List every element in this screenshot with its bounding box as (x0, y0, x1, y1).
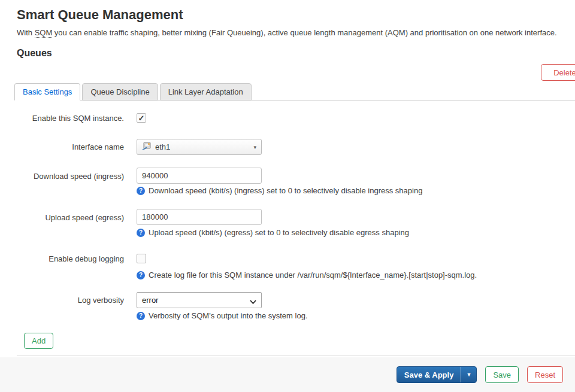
debug-logging-checkbox[interactable] (137, 254, 146, 263)
tab-basic-settings[interactable]: Basic Settings (14, 83, 80, 101)
download-speed-input[interactable] (137, 168, 262, 184)
verbosity-help: ? Verbosity of SQM's output into the sys… (137, 311, 308, 320)
log-verbosity-select[interactable]: error (137, 292, 262, 308)
upload-help: ? Upload speed (kbit/s) (egress) set to … (137, 228, 409, 237)
debug-logging-label: Enable debug logging (0, 254, 124, 264)
interface-dropdown[interactable]: eth1 ▾ (137, 139, 262, 155)
description-text: With (17, 28, 35, 37)
download-help: ? Download speed (kbit/s) (ingress) set … (137, 186, 422, 195)
tab-bar: Basic Settings Queue Discipline Link Lay… (14, 83, 575, 101)
help-icon: ? (137, 229, 145, 237)
debug-help-text: Create log file for this SQM instance un… (149, 271, 477, 279)
save-button[interactable]: Save (485, 366, 519, 383)
delete-button[interactable]: Delete (541, 64, 575, 81)
download-help-text: Download speed (kbit/s) (ingress) set to… (149, 186, 422, 195)
debug-help: ? Create log file for this SQM instance … (137, 271, 477, 279)
save-apply-split-button: Save & Apply ▼ (397, 366, 477, 383)
section-title-queues: Queues (17, 48, 52, 59)
log-verbosity-label: Log verbosity (0, 296, 124, 305)
chevron-down-icon: ▾ (253, 144, 256, 150)
footer-bar: Save & Apply ▼ Save Reset (0, 357, 575, 392)
help-icon: ? (137, 187, 145, 195)
enable-sqm-checkbox[interactable]: ✓ (137, 113, 146, 123)
page-description: With SQM you can enable traffic shaping,… (17, 28, 557, 37)
footer-divider (17, 355, 575, 355)
page-title: Smart Queue Management (17, 7, 183, 23)
tab-queue-discipline[interactable]: Queue Discipline (82, 83, 158, 101)
enable-sqm-label: Enable this SQM instance. (0, 114, 124, 123)
interface-name-label: Interface name (0, 142, 124, 152)
help-icon: ? (137, 271, 145, 279)
upload-help-text: Upload speed (kbit/s) (egress) set to 0 … (149, 228, 409, 237)
tab-link-layer-adaptation[interactable]: Link Layer Adaptation (160, 83, 252, 101)
verbosity-help-text: Verbosity of SQM's output into the syste… (149, 311, 308, 320)
save-apply-button[interactable]: Save & Apply (397, 367, 461, 382)
add-button[interactable]: Add (24, 333, 53, 349)
description-text: you can enable traffic shaping, better m… (52, 28, 556, 37)
sqm-abbr: SQM (35, 28, 53, 38)
save-apply-dropdown-caret[interactable]: ▼ (461, 367, 476, 382)
upload-speed-label: Upload speed (egress) (0, 213, 124, 223)
interface-value: eth1 (155, 142, 170, 151)
upload-speed-input[interactable] (137, 209, 262, 225)
ethernet-icon (142, 141, 152, 153)
log-verbosity-select-wrap: error (137, 292, 262, 308)
sqm-page: Smart Queue Management With SQM you can … (0, 0, 575, 392)
reset-button[interactable]: Reset (527, 366, 563, 383)
download-speed-label: Download speed (ingress) (0, 172, 124, 181)
footer-actions: Save & Apply ▼ Save Reset (397, 366, 563, 383)
help-icon: ? (137, 312, 145, 320)
